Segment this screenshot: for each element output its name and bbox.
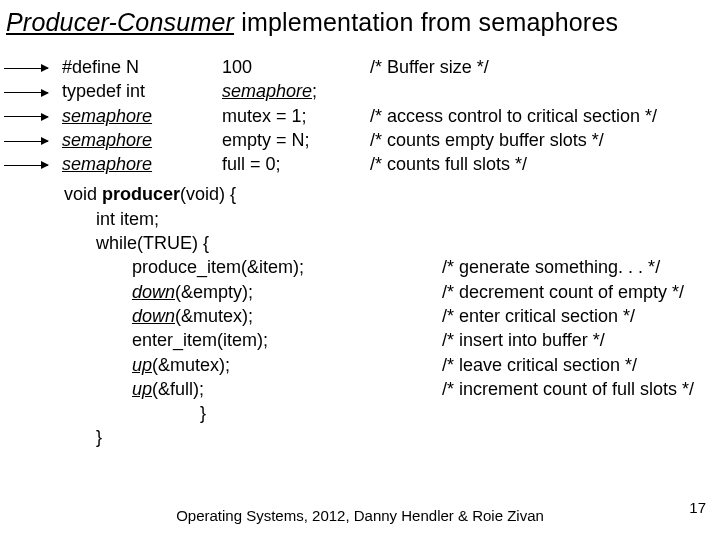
decl-comment: /* counts full slots */ — [370, 152, 720, 176]
arrow-icon — [0, 152, 62, 176]
code-comment: /* enter critical section */ — [442, 304, 635, 328]
code-comment: /* generate something. . . */ — [442, 255, 660, 279]
decl-row: #define N 100 /* Buffer size */ — [0, 55, 720, 79]
title-emphasis: Producer-Consumer — [6, 8, 234, 36]
arrow-icon — [0, 104, 62, 128]
decl-col2: empty = N; — [222, 128, 370, 152]
close-brace: } — [0, 401, 720, 425]
semop: down — [132, 282, 175, 302]
decl-comment: /* access control to critical section */ — [370, 104, 720, 128]
func-name: producer — [102, 184, 180, 204]
semaphore-type: semaphore — [222, 81, 312, 101]
code-comment: /* decrement count of empty */ — [442, 280, 684, 304]
code-line: down(&mutex); /* enter critical section … — [0, 304, 720, 328]
decl-row: semaphore full = 0; /* counts full slots… — [0, 152, 720, 176]
decl-col1: semaphore — [62, 104, 222, 128]
code-line: down(&empty); /* decrement count of empt… — [0, 280, 720, 304]
slide-content: #define N 100 /* Buffer size */ typedef … — [0, 37, 720, 450]
decl-col2: 100 — [222, 55, 370, 79]
arrow-icon — [0, 128, 62, 152]
semaphore-type: semaphore — [62, 130, 152, 150]
code-line: while(TRUE) { — [0, 231, 720, 255]
decl-row: semaphore mutex = 1; /* access control t… — [0, 104, 720, 128]
decl-row: semaphore empty = N; /* counts empty buf… — [0, 128, 720, 152]
slide-title: Producer-Consumer implementation from se… — [0, 0, 720, 37]
code-comment: /* insert into buffer */ — [442, 328, 605, 352]
decl-comment: /* Buffer size */ — [370, 55, 720, 79]
code-comment: /* increment count of full slots */ — [442, 377, 694, 401]
decl-comment: /* counts empty buffer slots */ — [370, 128, 720, 152]
code-line: up(&mutex); /* leave critical section */ — [0, 353, 720, 377]
code-line: produce_item(&item); /* generate somethi… — [0, 255, 720, 279]
code-line: int item; — [0, 207, 720, 231]
code-line: up(&full); /* increment count of full sl… — [0, 377, 720, 401]
page-number: 17 — [689, 499, 706, 516]
decl-row: typedef int semaphore; — [0, 79, 720, 103]
semaphore-type: semaphore — [62, 106, 152, 126]
arrow-icon — [0, 79, 62, 103]
slide-footer: Operating Systems, 2012, Danny Hendler &… — [0, 507, 720, 524]
decl-col2: full = 0; — [222, 152, 370, 176]
code-comment: /* leave critical section */ — [442, 353, 637, 377]
decl-col1: #define N — [62, 55, 222, 79]
semop: down — [132, 306, 175, 326]
code-line: enter_item(item); /* insert into buffer … — [0, 328, 720, 352]
semaphore-type: semaphore — [62, 154, 152, 174]
semop: up — [132, 379, 152, 399]
close-brace: } — [0, 425, 720, 449]
decl-col1: semaphore — [62, 152, 222, 176]
decl-col1: typedef int — [62, 79, 222, 103]
title-rest: implementation from semaphores — [234, 8, 618, 36]
decl-col2: mutex = 1; — [222, 104, 370, 128]
func-signature: void producer(void) { — [0, 182, 720, 206]
semop: up — [132, 355, 152, 375]
decl-col1: semaphore — [62, 128, 222, 152]
decl-col2: semaphore; — [222, 79, 370, 103]
arrow-icon — [0, 55, 62, 79]
